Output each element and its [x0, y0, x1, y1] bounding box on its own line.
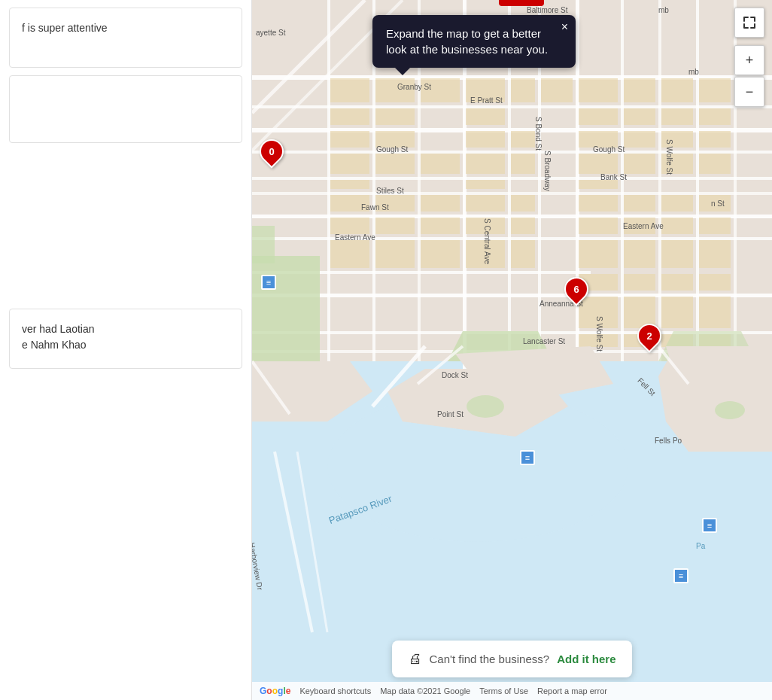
svg-rect-71	[330, 218, 369, 234]
svg-rect-54	[511, 154, 535, 174]
google-logo: Google	[260, 686, 290, 696]
svg-rect-77	[624, 218, 655, 234]
svg-rect-85	[579, 240, 618, 268]
svg-rect-30	[541, 78, 573, 102]
svg-rect-52	[421, 154, 460, 174]
map-controls: + −	[734, 8, 764, 107]
svg-rect-51	[375, 154, 415, 174]
review-text-1: f is super attentive	[22, 20, 229, 36]
keyboard-shortcuts-link[interactable]: Keyboard shortcuts	[299, 686, 371, 695]
svg-rect-59	[330, 180, 369, 189]
svg-rect-40	[661, 108, 693, 125]
svg-rect-70	[699, 195, 731, 212]
zoom-in-button[interactable]: +	[734, 45, 764, 75]
svg-rect-56	[624, 154, 655, 174]
svg-rect-93	[579, 297, 618, 328]
svg-rect-36	[375, 108, 415, 125]
blue-marker-4[interactable]: ≡	[702, 518, 717, 533]
svg-rect-38	[579, 108, 618, 125]
svg-rect-41	[699, 108, 731, 125]
left-panel: f is super attentive ver had Laotian e N…	[0, 0, 252, 700]
printer-icon: 🖨	[409, 651, 422, 667]
svg-rect-83	[466, 240, 505, 268]
marker-2[interactable]: 2	[637, 324, 661, 348]
svg-rect-49	[699, 131, 731, 148]
svg-rect-91	[661, 274, 693, 291]
bottom-bar-text: Can't find the business?	[430, 653, 550, 665]
svg-rect-42	[330, 131, 369, 148]
svg-rect-72	[375, 218, 415, 234]
svg-rect-86	[624, 240, 655, 268]
svg-rect-76	[579, 218, 618, 234]
blue-marker-2[interactable]: ≡	[520, 450, 535, 465]
svg-rect-44	[466, 131, 505, 148]
svg-rect-14	[327, 0, 330, 361]
svg-rect-39	[624, 108, 655, 125]
svg-rect-22	[658, 0, 661, 361]
svg-rect-46	[579, 131, 618, 148]
svg-rect-62	[330, 195, 369, 212]
map-data-text: Map data ©2021 Google	[380, 686, 470, 695]
svg-rect-61	[579, 180, 618, 189]
tooltip-text: Expand the map to get a better look at t…	[386, 27, 548, 56]
svg-rect-101	[252, 256, 320, 361]
svg-rect-27	[421, 78, 460, 102]
svg-rect-55	[579, 154, 618, 174]
svg-rect-34	[699, 78, 731, 102]
svg-rect-53	[466, 154, 505, 174]
svg-rect-92	[699, 274, 731, 291]
report-error-link[interactable]: Report a map error	[537, 686, 607, 695]
svg-rect-80	[330, 240, 369, 268]
svg-rect-21	[621, 0, 624, 361]
map-footer: Google Keyboard shortcuts Map data ©2021…	[252, 682, 772, 700]
svg-rect-69	[661, 195, 693, 212]
svg-rect-81	[375, 240, 415, 268]
svg-rect-74	[466, 218, 505, 234]
svg-point-111	[467, 395, 504, 418]
svg-rect-67	[579, 195, 618, 212]
svg-rect-66	[511, 195, 535, 212]
svg-rect-33	[661, 78, 693, 102]
bottom-bar: 🖨 Can't find the business? Add it here	[392, 641, 633, 677]
svg-rect-28	[466, 78, 505, 102]
review-card-2	[9, 75, 242, 143]
tooltip-close-button[interactable]: ×	[561, 21, 568, 33]
svg-rect-58	[699, 154, 731, 174]
svg-rect-43	[375, 131, 415, 148]
map-container: ayette St Baltimore St mb E Pratt St Gra…	[252, 0, 772, 700]
svg-rect-90	[624, 274, 655, 291]
map-tooltip: × Expand the map to get a better look at…	[372, 15, 576, 68]
marker-6[interactable]: 6	[564, 277, 588, 301]
add-business-link[interactable]: Add it here	[557, 653, 615, 665]
zoom-out-button[interactable]: −	[734, 77, 764, 107]
blue-marker-1[interactable]: ≡	[261, 275, 276, 290]
map-background	[252, 0, 772, 700]
review-card-3: ver had Laotian e Nahm Khao	[9, 309, 242, 369]
svg-rect-25	[330, 78, 369, 102]
svg-rect-48	[661, 131, 693, 148]
svg-rect-87	[661, 240, 693, 268]
svg-rect-96	[699, 297, 731, 328]
svg-rect-88	[699, 240, 731, 268]
svg-rect-60	[466, 180, 505, 189]
svg-point-112	[715, 401, 745, 419]
svg-rect-79	[699, 218, 731, 234]
svg-rect-78	[661, 218, 693, 234]
svg-rect-68	[624, 195, 655, 212]
svg-rect-65	[466, 195, 505, 212]
svg-rect-29	[511, 78, 535, 102]
svg-rect-97	[579, 334, 618, 347]
review-card-1: f is super attentive	[9, 8, 242, 68]
svg-rect-31	[579, 78, 618, 102]
expand-icon	[742, 15, 757, 30]
terms-of-use-link[interactable]: Terms of Use	[479, 686, 528, 695]
svg-rect-102	[252, 226, 275, 263]
svg-rect-32	[624, 78, 655, 102]
svg-rect-50	[330, 154, 369, 174]
expand-button[interactable]	[734, 8, 764, 38]
blue-marker-3[interactable]: ≡	[673, 568, 688, 583]
svg-rect-45	[511, 131, 535, 148]
svg-rect-23	[696, 0, 699, 361]
svg-rect-84	[511, 240, 535, 268]
marker-0[interactable]: 0	[260, 139, 284, 163]
